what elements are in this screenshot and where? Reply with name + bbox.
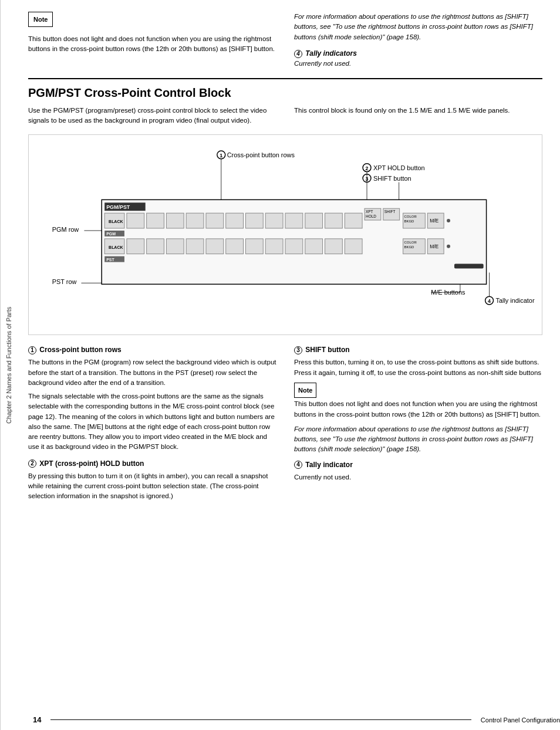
pgm-pst-section: PGM/PST Cross-Point Control Block Use th… <box>28 78 542 335</box>
s2-heading-text: XPT (cross-point) HOLD button <box>39 459 144 468</box>
top-tally-text: Currently not used. <box>294 59 542 69</box>
s4-section: 4 Tally indicator Currently not used. <box>294 459 542 482</box>
svg-rect-33 <box>265 213 283 228</box>
svg-text:COLOR: COLOR <box>404 215 417 218</box>
s1-section: 1 Cross-point button rows The buttons in… <box>28 344 276 452</box>
sidebar: Chapter 2 Names and Functions of Parts <box>0 0 16 730</box>
top-tally-num: 4 <box>294 50 302 58</box>
s4-heading: 4 Tally indicator <box>294 459 542 470</box>
top-left: Note This button does not light and does… <box>28 12 276 69</box>
svg-text:SHIFT: SHIFT <box>384 209 396 214</box>
footer-label: Control Panel Configuration <box>481 717 560 724</box>
top-right-italic: For more information about operations to… <box>294 12 542 42</box>
svg-text:Tally indicator: Tally indicator <box>495 297 534 304</box>
svg-rect-37 <box>345 213 362 228</box>
svg-rect-32 <box>245 213 263 228</box>
svg-point-70 <box>447 244 450 248</box>
s2-heading: 2 XPT (cross-point) HOLD button <box>28 458 276 469</box>
s1-heading: 1 Cross-point button rows <box>28 344 276 355</box>
s1-num: 1 <box>28 346 36 354</box>
svg-rect-29 <box>186 213 204 228</box>
label-pst-row: PST row <box>52 278 77 285</box>
bottom-left: 1 Cross-point button rows The buttons in… <box>28 344 276 506</box>
top-note-box: Note <box>28 12 53 27</box>
svg-text:XPT HOLD button: XPT HOLD button <box>373 164 425 171</box>
s2-num: 2 <box>28 459 36 468</box>
svg-rect-61 <box>285 238 303 254</box>
s1-heading-text: Cross-point button rows <box>39 346 121 354</box>
s1-text1: The buttons in the PGM (program) row sel… <box>28 357 276 388</box>
s2-text: By pressing this button to turn it on (i… <box>28 471 276 502</box>
s1-text2: The signals selectable with the cross-po… <box>28 391 276 452</box>
svg-rect-73 <box>454 263 484 268</box>
svg-text:2: 2 <box>366 165 369 171</box>
top-tally-heading: Tally indicators <box>305 49 357 58</box>
s4-heading-text: Tally indicator <box>305 461 352 469</box>
svg-rect-36 <box>325 213 343 228</box>
s4-num: 4 <box>294 461 302 469</box>
svg-text:BKGD: BKGD <box>404 245 414 248</box>
svg-rect-55 <box>166 238 184 254</box>
top-tally-header: 4 Tally indicators <box>294 48 542 59</box>
main-content: Note This button does not light and does… <box>16 0 560 730</box>
svg-rect-59 <box>245 238 263 254</box>
page-footer: 14 Control Panel Configuration <box>33 715 560 724</box>
label-pgm-row: PGM row <box>52 225 79 232</box>
svg-rect-26 <box>127 213 144 228</box>
svg-text:SHIFT button: SHIFT button <box>373 174 411 181</box>
pgm-pst-title: PGM/PST Cross-Point Control Block <box>28 86 542 100</box>
top-note-text: This button does not light and does not … <box>28 34 276 55</box>
s4-text: Currently not used. <box>294 472 542 482</box>
top-right: For more information about operations to… <box>294 12 542 69</box>
s3-heading-text: SHIFT button <box>305 346 349 354</box>
label-cross-point: Cross-point button rows <box>227 151 295 158</box>
svg-text:1: 1 <box>220 152 222 158</box>
svg-text:COLOR: COLOR <box>404 240 417 244</box>
right-note-text: This button does not light and does not … <box>294 399 542 420</box>
svg-text:M/E: M/E <box>430 218 438 224</box>
pgm-pst-desc-left: Use the PGM/PST (program/preset) cross-p… <box>28 106 276 126</box>
right-note-label: Note <box>294 383 316 398</box>
diagram-container: 1 Cross-point button rows 2 XPT HOLD but… <box>28 134 542 336</box>
s3-section: 3 SHIFT button Press this button, turnin… <box>294 344 542 378</box>
svg-rect-31 <box>226 213 244 228</box>
s2-section: 2 XPT (cross-point) HOLD button By press… <box>28 458 276 502</box>
svg-rect-53 <box>127 238 144 254</box>
top-tally-section: 4 Tally indicators Currently not used. <box>294 48 542 69</box>
svg-text:M/E: M/E <box>430 243 438 249</box>
svg-rect-54 <box>147 238 164 254</box>
svg-rect-30 <box>206 213 224 228</box>
svg-rect-62 <box>305 238 323 254</box>
sidebar-label: Chapter 2 Names and Functions of Parts <box>5 306 12 423</box>
bottom-section: 1 Cross-point button rows The buttons in… <box>28 344 542 506</box>
bottom-right: 3 SHIFT button Press this button, turnin… <box>294 344 542 506</box>
top-section: Note This button does not light and does… <box>28 12 542 69</box>
svg-text:XPT: XPT <box>366 209 373 214</box>
page-number: 14 <box>33 715 41 724</box>
svg-rect-27 <box>147 213 164 228</box>
svg-rect-28 <box>166 213 184 228</box>
svg-rect-64 <box>345 238 362 254</box>
svg-rect-57 <box>206 238 224 254</box>
top-note-label: Note <box>33 16 48 23</box>
svg-text:HOLD: HOLD <box>366 214 376 218</box>
svg-rect-34 <box>285 213 303 228</box>
right-italic: For more information about operations to… <box>294 424 542 455</box>
svg-text:BKGD: BKGD <box>404 219 414 223</box>
svg-text:PST: PST <box>106 257 114 261</box>
svg-text:BLACK: BLACK <box>109 245 123 249</box>
diagram-svg: 1 Cross-point button rows 2 XPT HOLD but… <box>35 144 536 325</box>
s3-num: 3 <box>294 346 302 354</box>
svg-rect-35 <box>305 213 323 228</box>
svg-rect-63 <box>325 238 343 254</box>
pgm-pst-desc-right: This control block is found only on the … <box>294 106 542 126</box>
svg-rect-56 <box>186 238 204 254</box>
svg-rect-58 <box>226 238 244 254</box>
pgm-pst-desc: Use the PGM/PST (program/preset) cross-p… <box>28 106 542 126</box>
svg-text:4: 4 <box>488 298 491 304</box>
svg-text:BLACK: BLACK <box>109 219 123 224</box>
right-note-box-wrapper: Note This button does not light and does… <box>294 383 542 420</box>
svg-text:3: 3 <box>366 175 369 181</box>
svg-text:PGM/PST: PGM/PST <box>106 204 130 210</box>
svg-rect-60 <box>265 238 283 254</box>
